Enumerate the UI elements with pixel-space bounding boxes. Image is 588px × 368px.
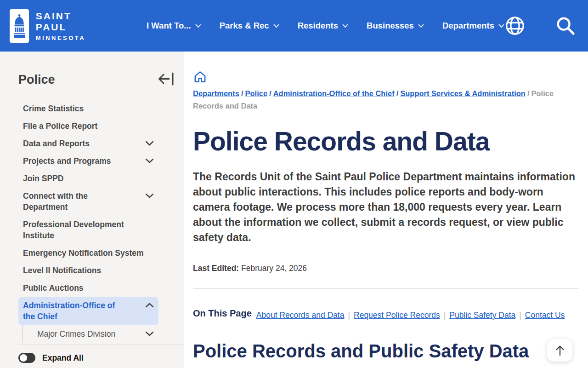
brand-logo[interactable]: SAINT PAUL MINNESOTA — [10, 9, 106, 43]
sidebar-item-major-crimes-division[interactable]: Major Crimes Division — [22, 325, 158, 343]
breadcrumb-separator: / — [267, 89, 273, 98]
chevron-down-icon — [498, 24, 504, 28]
last-edited: Last Edited: February 24, 2026 — [193, 264, 579, 273]
sidebar-item-label: Data and Reports — [23, 138, 90, 149]
up-arrow-icon — [554, 344, 566, 357]
on-this-page: On This Page About Records and Data|Requ… — [193, 308, 579, 322]
search-button[interactable] — [555, 15, 576, 36]
sidebar-item-label: Connect with the Department — [23, 190, 125, 213]
expand-all-toggle[interactable] — [18, 353, 35, 363]
last-edited-value: February 24, 2026 — [241, 264, 307, 273]
sidebar-item-file-police-report[interactable]: File a Police Report — [18, 117, 158, 135]
breadcrumb-separator: / — [526, 89, 531, 98]
nav-label: Businesses — [367, 21, 414, 31]
sidebar: Police Crime Statistics Fil — [0, 52, 184, 368]
chevron-down-icon — [342, 24, 348, 28]
on-this-page-separator: | — [344, 310, 354, 320]
breadcrumb-separator: / — [239, 89, 245, 98]
sidebar-item-join-sppd[interactable]: Join SPPD — [18, 170, 158, 187]
sidebar-item-label: File a Police Report — [23, 121, 97, 132]
sidebar-item-professional-development-institute[interactable]: Professional Development Institute — [18, 216, 158, 244]
sidebar-item-administration-office-of-the-chief[interactable]: Administration-Office of the Chief — [18, 297, 158, 325]
on-this-page-link-public-safety-data[interactable]: Public Safety Data — [449, 310, 515, 320]
sidebar-item-emergency-notification-system[interactable]: Emergency Notification System — [18, 244, 158, 262]
page: SAINT PAUL MINNESOTA I Want To... Parks … — [0, 0, 588, 368]
on-this-page-link-request-police-records[interactable]: Request Police Records — [354, 310, 440, 320]
chevron-down-icon — [145, 141, 154, 146]
scroll-top-button[interactable] — [547, 339, 572, 362]
expand-all-label: Expand All — [42, 353, 84, 363]
last-edited-label: Last Edited: — [193, 264, 239, 273]
on-this-page-separator: | — [515, 310, 525, 320]
brand-city: SAINT PAUL — [36, 11, 106, 33]
capitol-building-icon — [12, 13, 26, 39]
brand-state: MINNESOTA — [36, 34, 106, 41]
section-divider — [193, 288, 579, 289]
sidebar-nav: Crime Statistics File a Police Report Da… — [18, 100, 184, 345]
breadcrumb-link-administration-office-of-the-chief[interactable]: Administration-Office of the Chief — [273, 89, 395, 98]
sidebar-item-crime-statistics[interactable]: Crime Statistics — [18, 100, 158, 117]
sidebar-item-label: Public Auctions — [23, 282, 84, 293]
page-title: Police Records and Data — [193, 126, 579, 156]
chevron-down-icon — [273, 24, 279, 28]
sidebar-item-label: Major Crimes Division — [37, 328, 115, 339]
brand-name: SAINT PAUL MINNESOTA — [36, 11, 106, 41]
main-content: Departments/Police/Administration-Office… — [184, 52, 588, 368]
sidebar-title: Police — [18, 73, 55, 87]
chevron-up-icon — [145, 303, 154, 308]
language-globe-button[interactable] — [504, 15, 526, 36]
sidebar-item-label: Join SPPD — [23, 173, 64, 184]
sidebar-item-label: Crime Statistics — [23, 103, 84, 114]
nav-label: Parks & Rec — [220, 21, 269, 31]
section-title: Police Records and Public Safety Data — [193, 341, 579, 362]
sidebar-item-data-and-reports[interactable]: Data and Reports — [18, 135, 158, 152]
toggle-knob — [20, 354, 27, 362]
sidebar-item-label: Projects and Programs — [23, 155, 111, 167]
logo-box — [10, 9, 29, 43]
on-this-page-link-contact-us[interactable]: Contact Us — [525, 310, 565, 320]
main-nav: I Want To... Parks & Rec Residents Busin… — [147, 21, 504, 31]
sidebar-item-label: Level II Notifications — [23, 265, 101, 276]
site-header: SAINT PAUL MINNESOTA I Want To... Parks … — [0, 0, 588, 52]
on-this-page-separator: | — [440, 310, 450, 320]
sidebar-item-public-auctions[interactable]: Public Auctions — [18, 279, 158, 297]
nav-label: I Want To... — [147, 21, 191, 31]
collapse-left-icon — [158, 71, 175, 86]
breadcrumb-separator: / — [395, 89, 401, 98]
nav-item-businesses[interactable]: Businesses — [367, 21, 424, 31]
breadcrumb-link-departments[interactable]: Departments — [193, 89, 239, 98]
chevron-down-icon — [145, 193, 154, 198]
on-this-page-links: About Records and Data|Request Police Re… — [256, 308, 541, 322]
search-icon — [555, 15, 576, 36]
nav-item-parks-rec[interactable]: Parks & Rec — [220, 21, 279, 31]
chevron-down-icon — [418, 24, 424, 28]
sidebar-item-projects-and-programs[interactable]: Projects and Programs — [18, 152, 158, 170]
sidebar-item-label: Administration-Office of the Chief — [23, 300, 125, 322]
sidebar-collapse-button[interactable] — [156, 71, 175, 88]
breadcrumb: Departments/Police/Administration-Office… — [193, 70, 470, 112]
home-link[interactable] — [193, 70, 207, 87]
nav-item-i-want-to[interactable]: I Want To... — [147, 21, 201, 31]
nav-label: Residents — [298, 21, 338, 31]
sidebar-item-connect-with-department[interactable]: Connect with the Department — [18, 187, 158, 216]
chevron-down-icon — [145, 331, 154, 336]
expand-all-row: Expand All — [18, 353, 184, 363]
sidebar-item-level-ii-notifications[interactable]: Level II Notifications — [18, 262, 158, 279]
chevron-down-icon — [145, 158, 154, 163]
sidebar-item-label: Professional Development Institute — [23, 219, 153, 241]
globe-icon — [504, 15, 526, 36]
breadcrumb-link-support-services-administration[interactable]: Support Services & Administration — [400, 89, 526, 98]
nav-item-residents[interactable]: Residents — [298, 21, 348, 31]
on-this-page-link-about-records-and-data[interactable]: About Records and Data — [256, 310, 345, 320]
nav-item-departments[interactable]: Departments — [442, 21, 504, 31]
home-icon — [193, 70, 207, 84]
on-this-page-label: On This Page — [193, 308, 252, 319]
nav-label: Departments — [442, 21, 494, 31]
chevron-down-icon — [195, 24, 201, 28]
breadcrumb-link-police[interactable]: Police — [245, 89, 267, 98]
header-icons — [504, 15, 576, 36]
intro-paragraph: The Records Unit of the Saint Paul Polic… — [193, 169, 578, 245]
sidebar-item-label: Emergency Notification System — [23, 247, 144, 259]
